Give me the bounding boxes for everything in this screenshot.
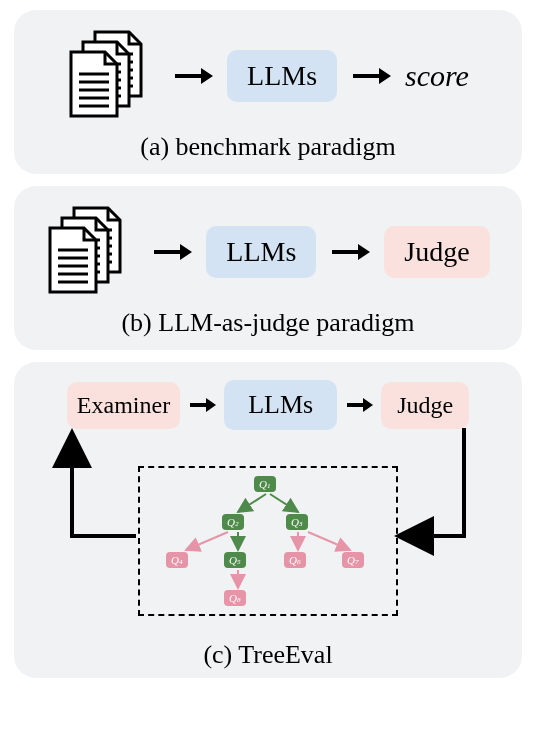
tree-node-q2: Q2 xyxy=(222,514,244,530)
tree-node-q8: Q8 xyxy=(224,590,246,606)
svg-line-22 xyxy=(186,532,228,550)
panel-c-row: Examiner LLMs Judge xyxy=(32,380,504,430)
svg-line-20 xyxy=(238,494,266,512)
tree-node-q5: Q5 xyxy=(224,552,246,568)
tree-node-q7: Q7 xyxy=(342,552,364,568)
documents-icon xyxy=(67,28,159,124)
tree-node-q1: Q1 xyxy=(254,476,276,492)
svg-marker-6 xyxy=(201,68,213,84)
panel-b-caption: (b) LLM-as-judge paradigm xyxy=(121,308,414,338)
panel-a-caption: (a) benchmark paradigm xyxy=(140,132,396,162)
documents-icon xyxy=(46,204,138,300)
svg-marker-14 xyxy=(206,398,216,412)
panel-b-row: LLMs Judge xyxy=(32,204,504,300)
svg-line-25 xyxy=(308,532,350,550)
panel-llm-as-judge: LLMs Judge (b) LLM-as-judge paradigm xyxy=(14,186,522,350)
llm-box: LLMs xyxy=(206,226,316,278)
tree-node-q6: Q6 xyxy=(284,552,306,568)
arrow-right-icon xyxy=(188,395,216,415)
arrow-right-icon xyxy=(345,395,373,415)
svg-marker-10 xyxy=(180,244,192,260)
svg-marker-8 xyxy=(379,68,391,84)
arrow-right-icon xyxy=(351,64,391,88)
panel-benchmark: LLMs score (a) benchmark paradigm xyxy=(14,10,522,174)
tree-node-q4: Q4 xyxy=(166,552,188,568)
feedback-loop: Q1 Q2 Q3 Q4 Q5 Q6 Q7 Q8 xyxy=(32,426,504,646)
judge-box: Judge xyxy=(381,382,469,429)
arrow-right-icon xyxy=(330,240,370,264)
svg-line-21 xyxy=(270,494,298,512)
tree-node-q3: Q3 xyxy=(286,514,308,530)
svg-marker-16 xyxy=(363,398,373,412)
arrow-right-icon xyxy=(173,64,213,88)
arrow-right-icon xyxy=(152,240,192,264)
judge-box: Judge xyxy=(384,226,489,278)
llm-box: LLMs xyxy=(227,50,337,102)
panel-treeeval: Examiner LLMs Judge xyxy=(14,362,522,678)
score-output: score xyxy=(405,59,469,93)
question-tree: Q1 Q2 Q3 Q4 Q5 Q6 Q7 Q8 xyxy=(138,466,398,616)
panel-a-row: LLMs score xyxy=(32,28,504,124)
svg-marker-12 xyxy=(358,244,370,260)
examiner-box: Examiner xyxy=(67,382,180,429)
llm-box: LLMs xyxy=(224,380,337,430)
